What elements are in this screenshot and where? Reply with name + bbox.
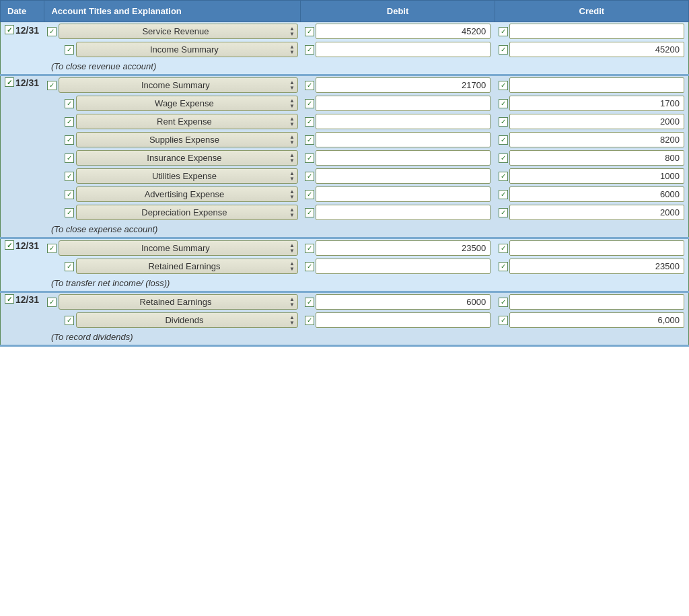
account-checkbox[interactable]: ✓ bbox=[65, 316, 74, 325]
credit-input[interactable] bbox=[509, 312, 684, 328]
account-select-container[interactable]: Income Summary▲▼ bbox=[59, 240, 298, 256]
account-cell: ✓Utilities Expense▲▼ bbox=[44, 167, 301, 185]
debit-input[interactable] bbox=[316, 150, 491, 166]
credit-checkbox[interactable]: ✓ bbox=[499, 244, 508, 253]
account-checkbox[interactable]: ✓ bbox=[65, 208, 74, 217]
account-checkbox[interactable]: ✓ bbox=[65, 99, 74, 108]
account-checkbox[interactable]: ✓ bbox=[47, 27, 57, 36]
account-checkbox[interactable]: ✓ bbox=[65, 45, 74, 55]
credit-input[interactable] bbox=[509, 132, 684, 147]
debit-input[interactable] bbox=[316, 96, 491, 111]
account-select-container[interactable]: Advertising Expense▲▼ bbox=[76, 186, 298, 202]
debit-input[interactable] bbox=[316, 294, 491, 310]
debit-checkbox[interactable]: ✓ bbox=[305, 99, 314, 108]
debit-checkbox[interactable]: ✓ bbox=[305, 45, 314, 55]
debit-checkbox[interactable]: ✓ bbox=[305, 153, 314, 163]
debit-checkbox[interactable]: ✓ bbox=[305, 262, 314, 271]
account-select-container[interactable]: Rent Expense▲▼ bbox=[76, 114, 298, 129]
select-arrows-icon: ▲▼ bbox=[289, 261, 295, 272]
account-select-container[interactable]: Depreciation Expense▲▼ bbox=[76, 205, 298, 220]
credit-checkbox[interactable]: ✓ bbox=[499, 117, 508, 127]
debit-checkbox[interactable]: ✓ bbox=[305, 298, 314, 307]
credit-checkbox[interactable]: ✓ bbox=[499, 208, 508, 217]
credit-checkbox[interactable]: ✓ bbox=[499, 81, 508, 90]
credit-checkbox[interactable]: ✓ bbox=[499, 298, 508, 307]
debit-input[interactable] bbox=[316, 114, 491, 129]
debit-checkbox[interactable]: ✓ bbox=[305, 190, 314, 199]
account-checkbox[interactable]: ✓ bbox=[65, 172, 74, 181]
account-select-container[interactable]: Supplies Expense▲▼ bbox=[76, 132, 298, 147]
account-select-container[interactable]: Income Summary▲▼ bbox=[59, 77, 298, 93]
credit-input[interactable] bbox=[509, 96, 684, 111]
account-checkbox[interactable]: ✓ bbox=[47, 298, 57, 307]
account-checkbox[interactable]: ✓ bbox=[65, 153, 74, 163]
credit-checkbox[interactable]: ✓ bbox=[499, 135, 508, 145]
credit-checkbox[interactable]: ✓ bbox=[499, 262, 508, 271]
credit-input[interactable] bbox=[509, 24, 684, 39]
credit-checkbox[interactable]: ✓ bbox=[499, 172, 508, 181]
date-checkbox[interactable]: ✓ bbox=[5, 77, 14, 87]
select-arrows-icon: ▲▼ bbox=[289, 98, 295, 109]
debit-input[interactable] bbox=[316, 42, 491, 57]
debit-checkbox[interactable]: ✓ bbox=[305, 81, 314, 90]
debit-cell: ✓ bbox=[301, 75, 495, 95]
account-checkbox[interactable]: ✓ bbox=[47, 81, 57, 90]
credit-input[interactable] bbox=[509, 259, 684, 274]
debit-checkbox[interactable]: ✓ bbox=[305, 117, 314, 127]
debit-input[interactable] bbox=[316, 240, 491, 256]
account-select-container[interactable]: Retained Earnings▲▼ bbox=[76, 259, 298, 274]
debit-checkbox[interactable]: ✓ bbox=[305, 244, 314, 253]
account-select-container[interactable]: Retained Earnings▲▼ bbox=[59, 294, 298, 310]
debit-checkbox[interactable]: ✓ bbox=[305, 135, 314, 145]
date-cell bbox=[1, 40, 44, 59]
account-select-text: Income Summary bbox=[79, 44, 289, 55]
note-row: (To transfer net income/ (loss)) bbox=[1, 275, 689, 292]
account-select-container[interactable]: Dividends▲▼ bbox=[76, 312, 298, 328]
debit-input[interactable] bbox=[316, 205, 491, 220]
debit-checkbox[interactable]: ✓ bbox=[305, 172, 314, 181]
credit-input[interactable] bbox=[509, 294, 684, 310]
debit-cell: ✓ bbox=[301, 203, 495, 221]
account-select-container[interactable]: Service Revenue▲▼ bbox=[59, 24, 298, 39]
debit-checkbox[interactable]: ✓ bbox=[305, 27, 314, 36]
account-checkbox[interactable]: ✓ bbox=[65, 135, 74, 145]
credit-input[interactable] bbox=[509, 42, 684, 57]
credit-checkbox[interactable]: ✓ bbox=[499, 99, 508, 108]
date-checkbox[interactable]: ✓ bbox=[5, 294, 14, 304]
debit-input[interactable] bbox=[316, 77, 491, 93]
account-select-container[interactable]: Wage Expense▲▼ bbox=[76, 96, 298, 111]
credit-input[interactable] bbox=[509, 240, 684, 256]
credit-cell: ✓ bbox=[495, 203, 688, 221]
credit-checkbox[interactable]: ✓ bbox=[499, 45, 508, 55]
account-select-text: Rent Expense bbox=[79, 116, 289, 127]
debit-input[interactable] bbox=[316, 168, 491, 184]
credit-input[interactable] bbox=[509, 168, 684, 184]
account-checkbox[interactable]: ✓ bbox=[65, 117, 74, 127]
debit-input[interactable] bbox=[316, 24, 491, 39]
credit-input[interactable] bbox=[509, 205, 684, 220]
credit-input[interactable] bbox=[509, 150, 684, 166]
account-checkbox[interactable]: ✓ bbox=[65, 262, 74, 271]
credit-input[interactable] bbox=[509, 114, 684, 129]
debit-input[interactable] bbox=[316, 186, 491, 202]
credit-cell: ✓ bbox=[495, 149, 688, 167]
debit-checkbox[interactable]: ✓ bbox=[305, 208, 314, 217]
account-checkbox[interactable]: ✓ bbox=[65, 190, 74, 199]
debit-input[interactable] bbox=[316, 312, 491, 328]
account-select-container[interactable]: Insurance Expense▲▼ bbox=[76, 150, 298, 166]
account-checkbox[interactable]: ✓ bbox=[47, 244, 57, 253]
credit-checkbox[interactable]: ✓ bbox=[499, 316, 508, 325]
account-select-container[interactable]: Income Summary▲▼ bbox=[76, 42, 298, 57]
date-checkbox[interactable]: ✓ bbox=[5, 240, 14, 250]
debit-input[interactable] bbox=[316, 132, 491, 147]
credit-checkbox[interactable]: ✓ bbox=[499, 27, 508, 36]
debit-checkbox[interactable]: ✓ bbox=[305, 316, 314, 325]
credit-input[interactable] bbox=[509, 186, 684, 202]
credit-checkbox[interactable]: ✓ bbox=[499, 190, 508, 199]
credit-input[interactable] bbox=[509, 77, 684, 93]
debit-input[interactable] bbox=[316, 259, 491, 274]
credit-checkbox[interactable]: ✓ bbox=[499, 153, 508, 163]
credit-cell: ✓ bbox=[495, 238, 688, 258]
date-checkbox[interactable]: ✓ bbox=[5, 25, 14, 34]
account-select-container[interactable]: Utilities Expense▲▼ bbox=[76, 168, 298, 184]
